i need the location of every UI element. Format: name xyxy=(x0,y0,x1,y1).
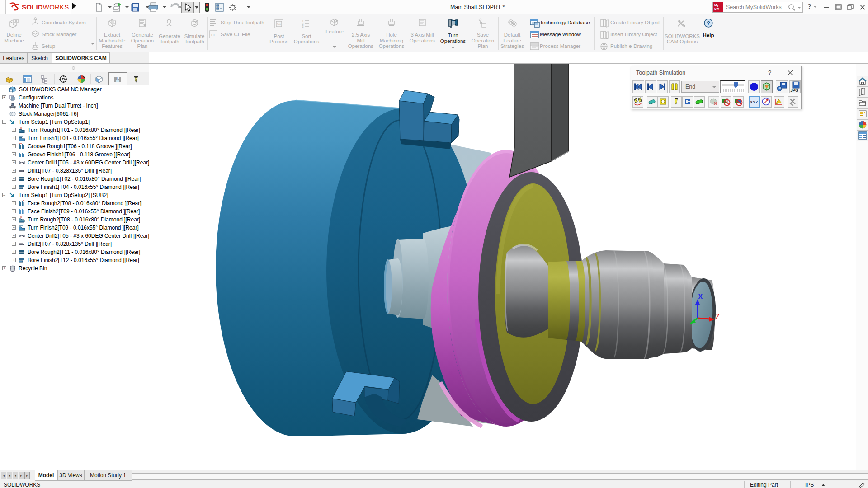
svg-text:XYZ: XYZ xyxy=(750,100,758,104)
svg-text:CL: CL xyxy=(211,33,216,37)
svg-text:?: ? xyxy=(707,20,710,27)
svg-text:Z: Z xyxy=(715,313,720,321)
svg-text:G1: G1 xyxy=(277,23,281,25)
svg-text:X: X xyxy=(698,293,703,300)
svg-text:JPG: JPG xyxy=(790,88,798,93)
svg-text:3: 3 xyxy=(302,25,304,28)
